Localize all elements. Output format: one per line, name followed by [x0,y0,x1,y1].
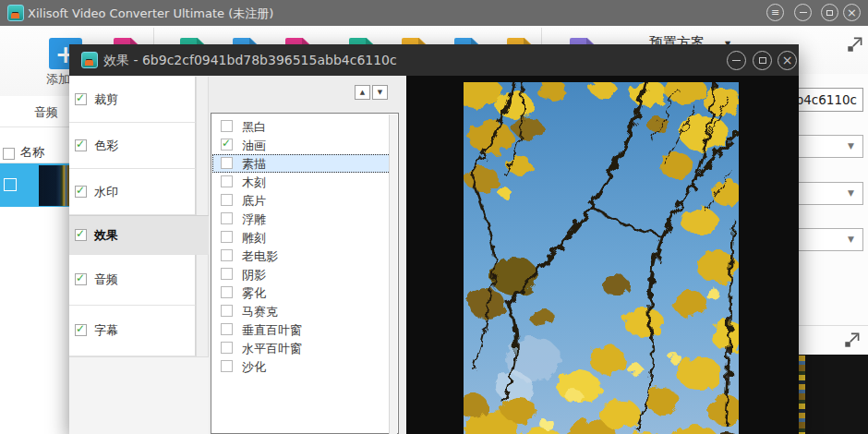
maximize-icon [759,57,766,64]
dialog-sidebar-item[interactable]: 效果 [69,215,209,255]
effect-list-item[interactable]: 黑白 [212,117,392,136]
preview-panel [406,76,799,434]
effect-label: 水平百叶窗 [242,341,302,357]
effect-list-item[interactable]: 马赛克 [212,302,392,320]
sidebar-checkbox[interactable] [75,229,87,241]
tab-audio[interactable]: 音频 [34,104,58,121]
effect-label: 浮雕 [242,211,266,228]
select-all-checkbox[interactable] [3,148,15,160]
move-up-button[interactable]: ▲ [355,85,370,100]
video-thumbnail [39,165,70,206]
app-window: Xilisoft Video Converter Ultimate (未注册) … [0,0,868,434]
main-window-title: Xilisoft Video Converter Ultimate (未注册) [28,6,273,22]
move-down-button[interactable]: ▼ [372,85,388,100]
effect-checkbox[interactable] [221,194,233,206]
chevron-down-icon: ▼ [848,189,854,198]
sidebar-item-label: 色彩 [94,138,118,154]
effect-label: 沙化 [242,359,266,376]
effect-list-item[interactable]: 垂直百叶窗 [212,320,392,339]
chevron-down-icon: ▼ [848,235,854,244]
dialog-titlebar[interactable]: 效果 - 6b9c2cf0941bd78b396515abb4c6110c × [69,44,799,76]
effect-list-item[interactable]: 素描 [212,154,392,173]
dialog-sidebar-item[interactable]: 音频 [69,255,196,306]
fullscreen-button[interactable] [845,34,865,58]
effect-checkbox[interactable] [221,305,233,317]
effect-list-item[interactable]: 沙化 [212,357,392,376]
effect-checkbox[interactable] [221,212,233,224]
name-column-header[interactable]: 名称 [20,144,44,161]
dialog-close-button[interactable]: × [778,51,797,70]
effect-checkbox[interactable] [221,139,233,151]
expand-icon [845,34,865,54]
sidebar-checkbox[interactable] [75,93,87,105]
effect-list-item[interactable]: 雾化 [212,283,392,302]
effect-label: 木刻 [242,175,266,191]
sidebar-checkbox[interactable] [75,186,87,198]
effect-checkbox[interactable] [221,249,233,261]
effect-list-item[interactable]: 浮雕 [212,210,392,228]
file-row-checkbox[interactable] [4,178,17,191]
dialog-sidebar-item[interactable]: 色彩 [69,123,196,169]
main-titlebar: Xilisoft Video Converter Ultimate (未注册) … [0,0,868,27]
effect-checkbox[interactable] [221,286,233,298]
close-icon: × [782,54,793,66]
divider [794,325,868,326]
sidebar-item-label: 字幕 [94,322,118,339]
preview-fullscreen-button[interactable] [842,330,862,354]
effect-list-item[interactable]: 老电影 [212,247,392,265]
effect-list-item[interactable]: 木刻 [212,173,392,191]
divider [0,127,70,127]
effects-listbox: 黑白 油画 素描 木刻 底片 浮雕 雕刻 老电影 阴影 雾化 马赛克 [211,113,399,434]
effect-list-item[interactable]: 底片 [212,191,392,210]
dialog-sidebar-item[interactable]: 水印 [69,169,196,215]
effect-checkbox[interactable] [221,268,233,280]
sidebar-item-label: 音频 [94,271,118,288]
effect-label: 马赛克 [242,304,278,320]
sidebar-checkbox[interactable] [75,139,87,151]
sidebar-filler [69,356,209,434]
dialog-sidebar-item[interactable]: 字幕 [69,306,196,356]
dialog-app-icon [81,52,98,68]
dialog-maximize-button[interactable] [753,51,772,70]
menu-button[interactable]: ≡ [766,4,784,21]
sidebar-checkbox[interactable] [75,273,87,285]
effect-label: 垂直百叶窗 [242,322,302,339]
toolbar-separator [541,28,542,46]
effects-scrollbar[interactable] [389,115,397,434]
effect-label: 底片 [242,193,266,210]
effect-list-item[interactable]: 水平百叶窗 [212,339,392,357]
effect-label: 素描 [242,156,266,173]
effect-checkbox[interactable] [221,231,233,243]
effect-label: 老电影 [242,248,278,265]
dialog-sidebar-item[interactable]: 裁剪 [69,77,196,123]
toolbar-separator [153,28,154,46]
minimize-button[interactable] [794,4,812,21]
dialog-minimize-button[interactable] [727,51,746,70]
effect-label: 雾化 [242,285,266,302]
effect-checkbox[interactable] [221,120,233,132]
maximize-button[interactable] [821,4,838,21]
close-icon: × [847,6,857,18]
effect-list-item[interactable]: 雕刻 [212,228,392,247]
sidebar-item-label: 裁剪 [94,91,118,108]
effect-checkbox[interactable] [221,323,233,335]
up-arrow-icon: ▲ [360,89,365,96]
down-arrow-icon: ▼ [378,89,382,96]
expand-icon [842,330,862,350]
effect-checkbox[interactable] [221,175,233,187]
effects-items: 黑白 油画 素描 木刻 底片 浮雕 雕刻 老电影 阴影 雾化 马赛克 [212,117,392,376]
effect-label: 油画 [242,138,266,154]
effect-label: 雕刻 [242,230,266,247]
close-button[interactable]: × [843,4,861,21]
effect-checkbox[interactable] [221,342,233,354]
mini-player-frame-edge [799,356,805,434]
maximize-icon [826,10,833,16]
sidebar-checkbox[interactable] [75,324,87,336]
effect-list-item[interactable]: 油画 [212,136,392,154]
file-row-selected[interactable] [0,163,70,207]
sidebar-item-label: 水印 [94,184,118,200]
effect-checkbox[interactable] [221,360,233,372]
sidebar-item-label: 效果 [94,227,118,244]
effect-list-item[interactable]: 阴影 [212,265,392,283]
effect-checkbox[interactable] [221,157,233,169]
